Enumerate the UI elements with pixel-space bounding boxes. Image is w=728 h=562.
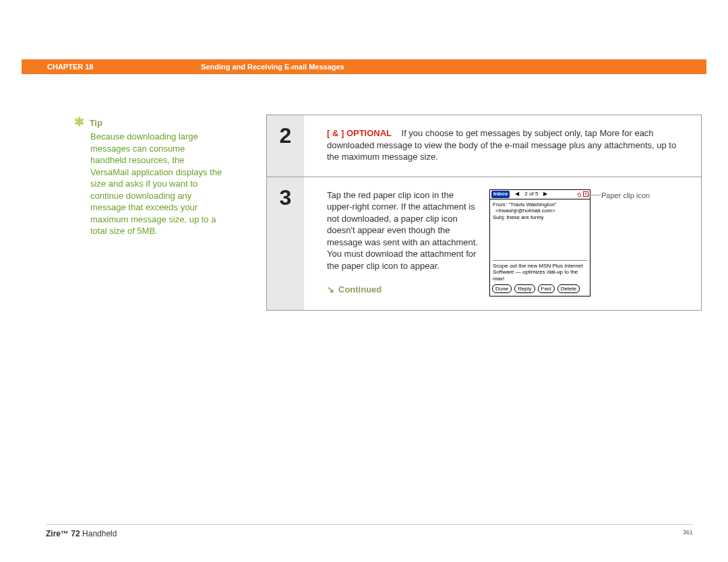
step-2-number: 2 — [267, 115, 304, 177]
close-icon[interactable]: × — [583, 191, 588, 197]
chapter-header-bar: CHAPTER 18 Sending and Receiving E-mail … — [22, 59, 706, 74]
continued-label: ↘Continued — [327, 284, 479, 296]
device-screenshot-wrap: Paper clip icon Inbox ◀ 2 of 5 ▶ × — [489, 189, 590, 296]
next-arrow-icon[interactable]: ▶ — [543, 191, 547, 198]
message-count: 2 of 5 — [524, 191, 538, 198]
step-3-number: 3 — [267, 177, 304, 310]
step-3-row: 3 Tap the red paper clip icon in the upp… — [267, 177, 701, 310]
from-email: <trwashjr@hotmail.com> — [493, 208, 587, 214]
divider — [493, 260, 587, 261]
step-2-body: [ & ] OPTIONAL If you choose to get mess… — [304, 115, 701, 177]
promo-text: Scope out the new MSN Plus Internet Soft… — [493, 263, 587, 282]
step-2-text — [394, 128, 402, 138]
from-label: From: — [493, 201, 507, 208]
paperclip-icon[interactable] — [576, 191, 582, 197]
device-titlebar: Inbox ◀ 2 of 5 ▶ × — [490, 190, 590, 199]
from-name: "Travis Washington" — [508, 201, 556, 208]
inbox-badge[interactable]: Inbox — [491, 191, 510, 198]
asterisk-icon: ✱ — [74, 115, 84, 129]
tip-label: Tip — [90, 118, 102, 128]
continued-arrow-icon: ↘ — [327, 284, 334, 296]
product-bold: Zire™ 72 — [46, 529, 80, 538]
fwd-button[interactable]: Fwd — [538, 284, 555, 293]
tip-body: Because downloading large messages can c… — [90, 131, 222, 237]
subj-label: Subj: — [493, 214, 505, 220]
reply-button[interactable]: Reply — [514, 284, 535, 293]
chapter-title: Sending and Receiving E-mail Messages — [197, 63, 706, 71]
device-body: From: "Travis Washington" <trwashjr@hotm… — [490, 199, 590, 284]
done-button[interactable]: Done — [492, 284, 512, 293]
page-footer: Zire™ 72 Handheld 361 — [46, 524, 693, 538]
step-3-body: Tap the red paper clip icon in the upper… — [304, 177, 701, 310]
product-rest: Handheld — [80, 529, 117, 538]
prev-arrow-icon[interactable]: ◀ — [515, 191, 519, 198]
tip-sidebar: ✱ Tip Because downloading large messages… — [74, 115, 222, 237]
paperclip-callout: Paper clip icon — [601, 191, 650, 201]
callout-line — [588, 195, 601, 195]
tip-heading: ✱ Tip — [74, 115, 222, 129]
product-name: Zire™ 72 Handheld — [46, 529, 117, 538]
device-screen: Inbox ◀ 2 of 5 ▶ × From: — [489, 189, 590, 296]
chapter-label: CHAPTER 18 — [22, 63, 197, 71]
optional-tag: [ & ] OPTIONAL — [327, 128, 392, 138]
continued-text: Continued — [338, 284, 382, 294]
page-number: 361 — [683, 529, 693, 538]
steps-box: 2 [ & ] OPTIONAL If you choose to get me… — [266, 115, 702, 311]
step-2-row: 2 [ & ] OPTIONAL If you choose to get me… — [267, 115, 701, 177]
delete-button[interactable]: Delete — [557, 284, 580, 293]
subj-text: these are funny — [506, 214, 543, 220]
step-3-text: Tap the red paper clip icon in the upper… — [327, 189, 479, 272]
device-button-row: Done Reply Fwd Delete — [490, 284, 590, 296]
